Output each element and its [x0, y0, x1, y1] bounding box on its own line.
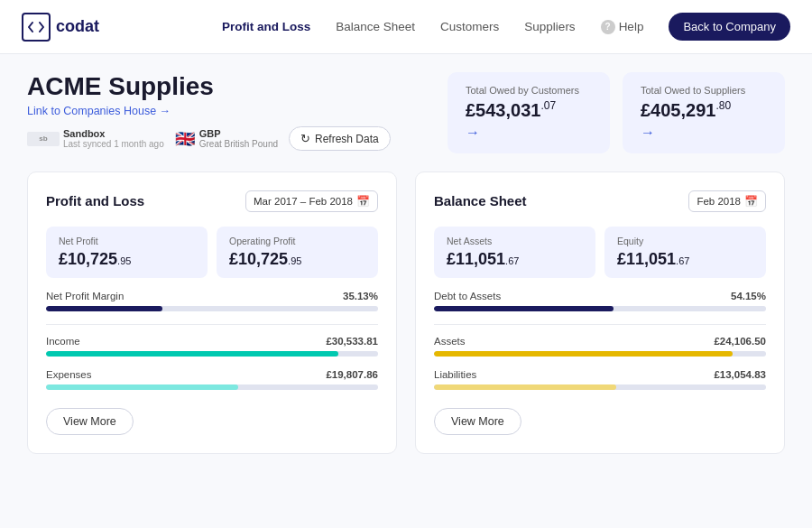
suppliers-summary-card: Total Owed to Suppliers £405,291.80 →	[623, 72, 785, 153]
logo: codat	[22, 13, 99, 42]
assets-bar-fill	[434, 351, 733, 357]
main-content: ACME Supplies Link to Companies House → …	[0, 54, 812, 472]
back-to-company-button[interactable]: Back to Company	[669, 13, 790, 41]
debt-to-assets-header: Debt to Assets 54.15%	[434, 291, 766, 301]
debt-to-assets-row: Debt to Assets 54.15%	[434, 291, 766, 311]
header: codat Profit and Loss Balance Sheet Cust…	[0, 0, 812, 54]
income-label: Income	[46, 336, 80, 347]
main-nav: Profit and Loss Balance Sheet Customers …	[222, 13, 790, 41]
assets-bar-track	[434, 351, 766, 357]
sandbox-logo: sb	[27, 132, 60, 146]
refresh-data-button[interactable]: ↻ Refresh Data	[289, 126, 391, 151]
customers-owed-value: £543,031.07	[466, 99, 592, 121]
debt-to-assets-bar-track	[434, 306, 766, 311]
suppliers-arrow[interactable]: →	[641, 125, 767, 141]
sync-text: Last synced 1 month ago	[63, 139, 164, 149]
currency-label: Great British Pound	[199, 139, 278, 149]
profit-loss-header: Profit and Loss Mar 2017 – Feb 2018 📅	[46, 190, 378, 212]
expenses-header: Expenses £19,807.86	[46, 369, 378, 380]
refresh-label: Refresh Data	[315, 133, 379, 145]
companies-house-link[interactable]: Link to Companies House →	[27, 105, 448, 117]
sandbox-label: Sandbox	[63, 128, 164, 139]
balance-sheet-metric-cards: Net Assets £11,051.67 Equity £11,051.67	[434, 227, 766, 278]
debt-to-assets-value: 54.15%	[731, 291, 766, 301]
calendar-icon: 📅	[356, 195, 370, 208]
divider-1	[46, 324, 378, 325]
logo-icon	[22, 13, 51, 42]
expenses-bar-fill	[46, 384, 238, 390]
suppliers-owed-value: £405,291.80	[641, 99, 767, 121]
net-assets-label: Net Assets	[447, 236, 583, 246]
net-profit-margin-header: Net Profit Margin 35.13%	[46, 291, 378, 301]
profit-loss-title: Profit and Loss	[46, 193, 144, 208]
liabilities-header: Liabilities £13,054.83	[434, 369, 766, 380]
income-bar-fill	[46, 351, 338, 357]
assets-value: £24,106.50	[714, 336, 766, 347]
customers-summary-card: Total Owed by Customers £543,031.07 →	[448, 72, 610, 153]
debt-to-assets-bar-fill	[434, 306, 614, 311]
nav-profit-loss[interactable]: Profit and Loss	[222, 20, 310, 33]
refresh-icon: ↻	[300, 132, 310, 145]
nav-suppliers[interactable]: Suppliers	[524, 20, 575, 33]
net-profit-margin-label: Net Profit Margin	[46, 291, 124, 301]
flag-icon: 🇬🇧	[175, 129, 195, 149]
balance-sheet-title: Balance Sheet	[434, 193, 527, 208]
net-assets-card: Net Assets £11,051.67	[434, 227, 595, 278]
balance-sheet-date[interactable]: Feb 2018 📅	[688, 190, 766, 212]
net-profit-margin-row: Net Profit Margin 35.13%	[46, 291, 378, 311]
profit-loss-view-more-button[interactable]: View More	[46, 408, 134, 435]
equity-card: Equity £11,051.67	[604, 227, 766, 278]
debt-to-assets-label: Debt to Assets	[434, 291, 501, 301]
balance-sheet-calendar-icon: 📅	[744, 195, 758, 208]
profit-loss-date-range[interactable]: Mar 2017 – Feb 2018 📅	[245, 190, 378, 212]
balance-sheet-view-more-button[interactable]: View More	[434, 408, 521, 435]
income-bar-track	[46, 351, 378, 357]
sync-row: sb Sandbox Last synced 1 month ago 🇬🇧 GB…	[27, 126, 448, 151]
suppliers-owed-label: Total Owed to Suppliers	[641, 85, 767, 96]
currency-badge: 🇬🇧 GBP Great British Pound	[175, 128, 278, 149]
balance-sheet-panel: Balance Sheet Feb 2018 📅 Net Assets £11,…	[415, 171, 785, 454]
net-profit-margin-bar-track	[46, 306, 378, 311]
customers-owed-label: Total Owed by Customers	[466, 85, 592, 96]
operating-profit-card: Operating Profit £10,725.95	[217, 227, 378, 278]
assets-row: Assets £24,106.50	[434, 336, 766, 357]
income-value: £30,533.81	[326, 336, 378, 347]
profit-loss-panel: Profit and Loss Mar 2017 – Feb 2018 📅 Ne…	[27, 171, 397, 454]
assets-label: Assets	[434, 336, 466, 347]
net-assets-value: £11,051.67	[447, 250, 583, 269]
top-section: ACME Supplies Link to Companies House → …	[27, 72, 785, 153]
net-profit-label: Net Profit	[59, 236, 195, 246]
profit-loss-metric-cards: Net Profit £10,725.95 Operating Profit £…	[46, 227, 378, 278]
expenses-value: £19,807.86	[326, 369, 378, 380]
nav-help-label: Help	[619, 20, 644, 33]
company-info: ACME Supplies Link to Companies House → …	[27, 72, 448, 151]
liabilities-value: £13,054.83	[714, 369, 766, 380]
help-circle-icon: ?	[601, 20, 615, 34]
customers-arrow[interactable]: →	[466, 125, 592, 141]
company-name: ACME Supplies	[27, 72, 448, 101]
net-profit-margin-value: 35.13%	[343, 291, 378, 301]
liabilities-bar-track	[434, 384, 766, 390]
net-profit-card: Net Profit £10,725.95	[46, 227, 208, 278]
equity-value: £11,051.67	[617, 250, 753, 269]
income-header: Income £30,533.81	[46, 336, 378, 347]
expenses-label: Expenses	[46, 369, 92, 380]
currency-code: GBP	[199, 128, 278, 139]
nav-customers[interactable]: Customers	[440, 20, 499, 33]
assets-header: Assets £24,106.50	[434, 336, 766, 347]
sandbox-badge: sb Sandbox Last synced 1 month ago	[27, 128, 164, 149]
operating-profit-value: £10,725.95	[229, 250, 365, 269]
liabilities-bar-fill	[434, 384, 616, 390]
panels-row: Profit and Loss Mar 2017 – Feb 2018 📅 Ne…	[27, 171, 785, 454]
income-row: Income £30,533.81	[46, 336, 378, 357]
expenses-row: Expenses £19,807.86	[46, 369, 378, 390]
operating-profit-label: Operating Profit	[229, 236, 365, 246]
liabilities-row: Liabilities £13,054.83	[434, 369, 766, 390]
nav-help[interactable]: ? Help	[601, 20, 644, 34]
expenses-bar-track	[46, 384, 378, 390]
summary-cards: Total Owed by Customers £543,031.07 → To…	[448, 72, 785, 153]
nav-balance-sheet[interactable]: Balance Sheet	[336, 20, 415, 33]
balance-sheet-header: Balance Sheet Feb 2018 📅	[434, 190, 766, 212]
liabilities-label: Liabilities	[434, 369, 476, 380]
divider-2	[434, 324, 766, 325]
